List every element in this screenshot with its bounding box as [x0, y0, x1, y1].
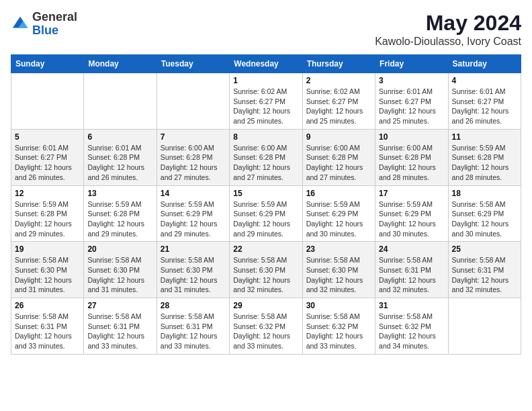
calendar-cell: 12Sunrise: 5:59 AMSunset: 6:28 PMDayligh… [11, 185, 84, 242]
calendar-header-wednesday: Wednesday [230, 55, 302, 73]
logo-blue-text: Blue [32, 24, 77, 38]
calendar-cell: 1Sunrise: 6:02 AMSunset: 6:27 PMDaylight… [230, 73, 302, 130]
calendar-cell: 23Sunrise: 5:58 AMSunset: 6:30 PMDayligh… [302, 242, 375, 298]
day-number: 8 [233, 132, 298, 142]
calendar-cell: 31Sunrise: 5:58 AMSunset: 6:32 PMDayligh… [375, 298, 448, 355]
day-info: Sunrise: 5:58 AMSunset: 6:30 PMDaylight:… [15, 255, 80, 295]
day-info: Sunrise: 5:58 AMSunset: 6:31 PMDaylight:… [161, 312, 226, 351]
day-info: Sunrise: 5:58 AMSunset: 6:31 PMDaylight:… [452, 255, 517, 295]
day-number: 26 [15, 301, 80, 310]
day-info: Sunrise: 5:58 AMSunset: 6:31 PMDaylight:… [379, 255, 444, 295]
day-number: 24 [379, 244, 444, 254]
calendar-cell: 17Sunrise: 5:59 AMSunset: 6:29 PMDayligh… [375, 185, 448, 242]
calendar-cell: 19Sunrise: 5:58 AMSunset: 6:30 PMDayligh… [11, 242, 84, 298]
day-number: 29 [233, 301, 298, 310]
day-info: Sunrise: 6:01 AMSunset: 6:28 PMDaylight:… [87, 143, 152, 183]
calendar-header-monday: Monday [84, 55, 157, 73]
calendar-header-thursday: Thursday [302, 55, 375, 73]
day-info: Sunrise: 5:59 AMSunset: 6:28 PMDaylight:… [87, 199, 152, 239]
calendar-cell: 6Sunrise: 6:01 AMSunset: 6:28 PMDaylight… [84, 129, 157, 185]
day-info: Sunrise: 5:59 AMSunset: 6:29 PMDaylight:… [161, 199, 226, 239]
day-info: Sunrise: 6:01 AMSunset: 6:27 PMDaylight:… [452, 87, 517, 126]
calendar-week-row: 19Sunrise: 5:58 AMSunset: 6:30 PMDayligh… [11, 242, 521, 298]
day-info: Sunrise: 6:00 AMSunset: 6:28 PMDaylight:… [161, 143, 226, 183]
month-title: May 2024 [375, 11, 521, 36]
day-number: 2 [306, 76, 371, 85]
day-number: 22 [233, 244, 298, 254]
day-number: 5 [15, 132, 80, 142]
calendar-header-saturday: Saturday [448, 55, 521, 73]
calendar-cell: 28Sunrise: 5:58 AMSunset: 6:31 PMDayligh… [157, 298, 229, 355]
calendar-cell: 24Sunrise: 5:58 AMSunset: 6:31 PMDayligh… [375, 242, 448, 298]
calendar-cell: 13Sunrise: 5:59 AMSunset: 6:28 PMDayligh… [84, 185, 157, 242]
calendar-header-sunday: Sunday [11, 55, 84, 73]
day-number: 7 [161, 132, 226, 142]
location-title: Kawolo-Dioulasso, Ivory Coast [375, 36, 521, 48]
calendar-cell: 5Sunrise: 6:01 AMSunset: 6:27 PMDaylight… [11, 129, 84, 185]
day-info: Sunrise: 5:58 AMSunset: 6:30 PMDaylight:… [233, 255, 298, 295]
calendar-cell: 27Sunrise: 5:58 AMSunset: 6:31 PMDayligh… [84, 298, 157, 355]
calendar-header-row: SundayMondayTuesdayWednesdayThursdayFrid… [11, 55, 521, 73]
day-info: Sunrise: 5:58 AMSunset: 6:31 PMDaylight:… [87, 312, 152, 351]
calendar-cell: 18Sunrise: 5:58 AMSunset: 6:29 PMDayligh… [448, 185, 521, 242]
calendar-cell: 9Sunrise: 6:00 AMSunset: 6:28 PMDaylight… [302, 129, 375, 185]
day-number: 14 [161, 189, 226, 198]
day-number: 6 [87, 132, 152, 142]
calendar-week-row: 26Sunrise: 5:58 AMSunset: 6:31 PMDayligh… [11, 298, 521, 355]
day-number: 31 [379, 301, 444, 310]
calendar-week-row: 5Sunrise: 6:01 AMSunset: 6:27 PMDaylight… [11, 129, 521, 185]
logo-text: General Blue [32, 11, 77, 38]
day-info: Sunrise: 6:01 AMSunset: 6:27 PMDaylight:… [15, 143, 80, 183]
day-info: Sunrise: 5:59 AMSunset: 6:29 PMDaylight:… [233, 199, 298, 239]
calendar-cell: 22Sunrise: 5:58 AMSunset: 6:30 PMDayligh… [230, 242, 302, 298]
calendar-cell: 16Sunrise: 5:59 AMSunset: 6:29 PMDayligh… [302, 185, 375, 242]
day-number: 11 [452, 132, 517, 142]
day-info: Sunrise: 6:00 AMSunset: 6:28 PMDaylight:… [306, 143, 371, 183]
calendar-cell [11, 73, 84, 130]
logo-icon [11, 15, 30, 34]
day-number: 27 [87, 301, 152, 310]
day-info: Sunrise: 6:00 AMSunset: 6:28 PMDaylight:… [233, 143, 298, 183]
logo-general-text: General [32, 11, 77, 24]
day-info: Sunrise: 5:58 AMSunset: 6:32 PMDaylight:… [306, 312, 371, 351]
day-number: 13 [87, 189, 152, 198]
day-number: 17 [379, 189, 444, 198]
day-info: Sunrise: 5:58 AMSunset: 6:30 PMDaylight:… [161, 255, 226, 295]
calendar-cell: 26Sunrise: 5:58 AMSunset: 6:31 PMDayligh… [11, 298, 84, 355]
day-number: 3 [379, 76, 444, 85]
calendar-cell: 14Sunrise: 5:59 AMSunset: 6:29 PMDayligh… [157, 185, 229, 242]
calendar-cell: 3Sunrise: 6:01 AMSunset: 6:27 PMDaylight… [375, 73, 448, 130]
day-info: Sunrise: 6:02 AMSunset: 6:27 PMDaylight:… [233, 87, 298, 126]
calendar-cell: 15Sunrise: 5:59 AMSunset: 6:29 PMDayligh… [230, 185, 302, 242]
calendar-cell: 20Sunrise: 5:58 AMSunset: 6:30 PMDayligh… [84, 242, 157, 298]
day-info: Sunrise: 5:58 AMSunset: 6:29 PMDaylight:… [452, 199, 517, 239]
day-info: Sunrise: 5:58 AMSunset: 6:32 PMDaylight:… [233, 312, 298, 351]
calendar-cell: 7Sunrise: 6:00 AMSunset: 6:28 PMDaylight… [157, 129, 229, 185]
day-info: Sunrise: 6:00 AMSunset: 6:28 PMDaylight:… [379, 143, 444, 183]
calendar-cell: 29Sunrise: 5:58 AMSunset: 6:32 PMDayligh… [230, 298, 302, 355]
calendar-table: SundayMondayTuesdayWednesdayThursdayFrid… [11, 54, 521, 355]
calendar-cell: 8Sunrise: 6:00 AMSunset: 6:28 PMDaylight… [230, 129, 302, 185]
calendar-cell: 25Sunrise: 5:58 AMSunset: 6:31 PMDayligh… [448, 242, 521, 298]
day-number: 23 [306, 244, 371, 254]
day-info: Sunrise: 5:58 AMSunset: 6:30 PMDaylight:… [306, 255, 371, 295]
calendar-cell [448, 298, 521, 355]
day-number: 18 [452, 189, 517, 198]
calendar-header-tuesday: Tuesday [157, 55, 229, 73]
calendar-cell [84, 73, 157, 130]
calendar-week-row: 1Sunrise: 6:02 AMSunset: 6:27 PMDaylight… [11, 73, 521, 130]
day-info: Sunrise: 5:58 AMSunset: 6:30 PMDaylight:… [87, 255, 152, 295]
day-number: 12 [15, 189, 80, 198]
calendar-cell: 2Sunrise: 6:02 AMSunset: 6:27 PMDaylight… [302, 73, 375, 130]
calendar-cell: 30Sunrise: 5:58 AMSunset: 6:32 PMDayligh… [302, 298, 375, 355]
day-info: Sunrise: 6:01 AMSunset: 6:27 PMDaylight:… [379, 87, 444, 126]
day-number: 10 [379, 132, 444, 142]
day-number: 21 [161, 244, 226, 254]
calendar-cell: 21Sunrise: 5:58 AMSunset: 6:30 PMDayligh… [157, 242, 229, 298]
day-info: Sunrise: 5:59 AMSunset: 6:28 PMDaylight:… [452, 143, 517, 183]
calendar-week-row: 12Sunrise: 5:59 AMSunset: 6:28 PMDayligh… [11, 185, 521, 242]
day-info: Sunrise: 5:59 AMSunset: 6:28 PMDaylight:… [15, 199, 80, 239]
day-number: 30 [306, 301, 371, 310]
day-number: 28 [161, 301, 226, 310]
day-number: 15 [233, 189, 298, 198]
